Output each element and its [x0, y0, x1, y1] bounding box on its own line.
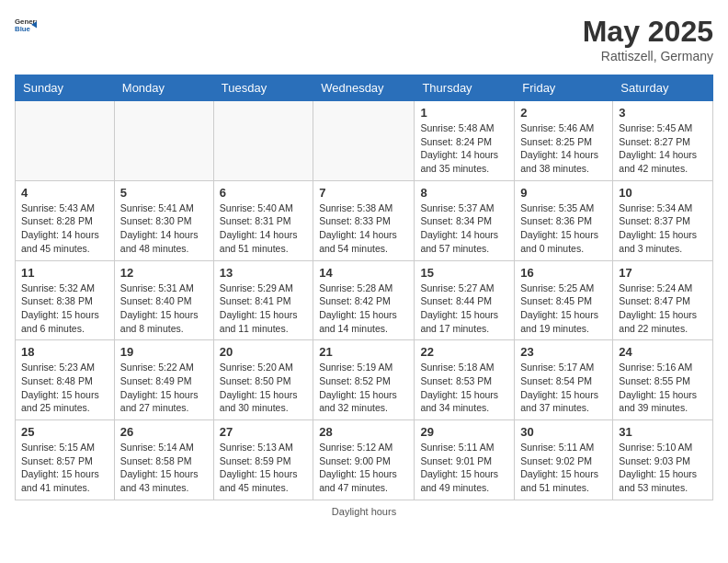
- table-row: [313, 101, 415, 181]
- table-row: 26Sunrise: 5:14 AM Sunset: 8:58 PM Dayli…: [114, 420, 213, 500]
- day-number: 25: [21, 425, 108, 439]
- page-container: General Blue May 2025 Rattiszell, German…: [15, 15, 713, 517]
- calendar-week-row: 1Sunrise: 5:48 AM Sunset: 8:24 PM Daylig…: [16, 101, 713, 181]
- day-info: Sunrise: 5:37 AM Sunset: 8:34 PM Dayligh…: [420, 201, 508, 256]
- calendar-week-row: 11Sunrise: 5:32 AM Sunset: 8:38 PM Dayli…: [16, 260, 713, 340]
- day-info: Sunrise: 5:18 AM Sunset: 8:53 PM Dayligh…: [420, 361, 508, 415]
- day-number: 16: [520, 266, 607, 280]
- table-row: 20Sunrise: 5:20 AM Sunset: 8:50 PM Dayli…: [213, 340, 313, 420]
- table-row: 10Sunrise: 5:34 AM Sunset: 8:37 PM Dayli…: [613, 180, 713, 260]
- table-row: 11Sunrise: 5:32 AM Sunset: 8:38 PM Dayli…: [16, 260, 115, 340]
- day-info: Sunrise: 5:22 AM Sunset: 8:49 PM Dayligh…: [120, 361, 208, 415]
- day-info: Sunrise: 5:34 AM Sunset: 8:37 PM Dayligh…: [619, 201, 707, 256]
- day-info: Sunrise: 5:25 AM Sunset: 8:45 PM Dayligh…: [520, 282, 607, 336]
- table-row: 9Sunrise: 5:35 AM Sunset: 8:36 PM Daylig…: [515, 180, 613, 260]
- day-number: 20: [220, 345, 307, 359]
- day-info: Sunrise: 5:32 AM Sunset: 8:38 PM Dayligh…: [21, 282, 108, 336]
- col-monday: Monday: [114, 75, 213, 101]
- day-number: 7: [319, 186, 408, 200]
- day-info: Sunrise: 5:14 AM Sunset: 8:58 PM Dayligh…: [120, 441, 208, 495]
- table-row: 7Sunrise: 5:38 AM Sunset: 8:33 PM Daylig…: [313, 180, 415, 260]
- table-row: 31Sunrise: 5:10 AM Sunset: 9:03 PM Dayli…: [613, 420, 713, 500]
- day-info: Sunrise: 5:28 AM Sunset: 8:42 PM Dayligh…: [319, 282, 408, 336]
- day-number: 15: [420, 266, 508, 280]
- day-number: 4: [21, 186, 108, 200]
- table-row: 30Sunrise: 5:11 AM Sunset: 9:02 PM Dayli…: [515, 420, 613, 500]
- col-sunday: Sunday: [16, 75, 115, 101]
- col-tuesday: Tuesday: [213, 75, 313, 101]
- day-info: Sunrise: 5:29 AM Sunset: 8:41 PM Dayligh…: [220, 282, 307, 336]
- table-row: 15Sunrise: 5:27 AM Sunset: 8:44 PM Dayli…: [415, 260, 515, 340]
- day-info: Sunrise: 5:24 AM Sunset: 8:47 PM Dayligh…: [619, 282, 707, 336]
- table-row: [16, 101, 115, 181]
- table-row: 25Sunrise: 5:15 AM Sunset: 8:57 PM Dayli…: [16, 420, 115, 500]
- header: General Blue May 2025 Rattiszell, German…: [15, 15, 713, 63]
- table-row: [213, 101, 313, 181]
- title-block: May 2025 Rattiszell, Germany: [583, 15, 713, 63]
- table-row: 18Sunrise: 5:23 AM Sunset: 8:48 PM Dayli…: [16, 340, 115, 420]
- day-number: 26: [120, 425, 208, 439]
- day-number: 8: [420, 186, 508, 200]
- day-number: 9: [520, 186, 607, 200]
- day-number: 24: [619, 345, 707, 359]
- col-friday: Friday: [515, 75, 613, 101]
- day-info: Sunrise: 5:41 AM Sunset: 8:30 PM Dayligh…: [120, 201, 208, 256]
- calendar-header-row: Sunday Monday Tuesday Wednesday Thursday…: [16, 75, 713, 101]
- table-row: 6Sunrise: 5:40 AM Sunset: 8:31 PM Daylig…: [213, 180, 313, 260]
- day-number: 1: [420, 106, 508, 120]
- table-row: 27Sunrise: 5:13 AM Sunset: 8:59 PM Dayli…: [213, 420, 313, 500]
- calendar-week-row: 4Sunrise: 5:43 AM Sunset: 8:28 PM Daylig…: [16, 180, 713, 260]
- day-info: Sunrise: 5:15 AM Sunset: 8:57 PM Dayligh…: [21, 441, 108, 495]
- day-info: Sunrise: 5:27 AM Sunset: 8:44 PM Dayligh…: [420, 282, 508, 336]
- day-number: 18: [21, 345, 108, 359]
- day-number: 11: [21, 266, 108, 280]
- calendar-week-row: 18Sunrise: 5:23 AM Sunset: 8:48 PM Dayli…: [16, 340, 713, 420]
- day-number: 10: [619, 186, 707, 200]
- table-row: 13Sunrise: 5:29 AM Sunset: 8:41 PM Dayli…: [213, 260, 313, 340]
- table-row: 1Sunrise: 5:48 AM Sunset: 8:24 PM Daylig…: [415, 101, 515, 181]
- day-info: Sunrise: 5:48 AM Sunset: 8:24 PM Dayligh…: [420, 121, 508, 176]
- day-info: Sunrise: 5:13 AM Sunset: 8:59 PM Dayligh…: [220, 441, 307, 495]
- table-row: 24Sunrise: 5:16 AM Sunset: 8:55 PM Dayli…: [613, 340, 713, 420]
- day-number: 28: [319, 425, 408, 439]
- day-info: Sunrise: 5:20 AM Sunset: 8:50 PM Dayligh…: [220, 361, 307, 415]
- table-row: 3Sunrise: 5:45 AM Sunset: 8:27 PM Daylig…: [613, 101, 713, 181]
- table-row: 12Sunrise: 5:31 AM Sunset: 8:40 PM Dayli…: [114, 260, 213, 340]
- day-info: Sunrise: 5:16 AM Sunset: 8:55 PM Dayligh…: [619, 361, 707, 415]
- day-number: 17: [619, 266, 707, 280]
- day-number: 30: [520, 425, 607, 439]
- day-number: 31: [619, 425, 707, 439]
- day-info: Sunrise: 5:38 AM Sunset: 8:33 PM Dayligh…: [319, 201, 408, 256]
- day-info: Sunrise: 5:43 AM Sunset: 8:28 PM Dayligh…: [21, 201, 108, 256]
- table-row: 19Sunrise: 5:22 AM Sunset: 8:49 PM Dayli…: [114, 340, 213, 420]
- day-info: Sunrise: 5:10 AM Sunset: 9:03 PM Dayligh…: [619, 441, 707, 495]
- logo-icon: General Blue: [15, 15, 37, 37]
- day-info: Sunrise: 5:11 AM Sunset: 9:01 PM Dayligh…: [420, 441, 508, 495]
- day-info: Sunrise: 5:31 AM Sunset: 8:40 PM Dayligh…: [120, 282, 208, 336]
- day-info: Sunrise: 5:35 AM Sunset: 8:36 PM Dayligh…: [520, 201, 607, 256]
- table-row: 16Sunrise: 5:25 AM Sunset: 8:45 PM Dayli…: [515, 260, 613, 340]
- day-info: Sunrise: 5:19 AM Sunset: 8:52 PM Dayligh…: [319, 361, 408, 415]
- day-number: 22: [420, 345, 508, 359]
- day-number: 13: [220, 266, 307, 280]
- col-thursday: Thursday: [415, 75, 515, 101]
- day-info: Sunrise: 5:23 AM Sunset: 8:48 PM Dayligh…: [21, 361, 108, 415]
- day-info: Sunrise: 5:45 AM Sunset: 8:27 PM Dayligh…: [619, 121, 707, 176]
- day-info: Sunrise: 5:40 AM Sunset: 8:31 PM Dayligh…: [220, 201, 307, 256]
- day-number: 27: [220, 425, 307, 439]
- logo: General Blue: [15, 15, 37, 37]
- day-number: 19: [120, 345, 208, 359]
- footer-note: Daylight hours: [15, 506, 713, 517]
- calendar-table: Sunday Monday Tuesday Wednesday Thursday…: [15, 75, 713, 500]
- day-info: Sunrise: 5:12 AM Sunset: 9:00 PM Dayligh…: [319, 441, 408, 495]
- calendar-week-row: 25Sunrise: 5:15 AM Sunset: 8:57 PM Dayli…: [16, 420, 713, 500]
- day-number: 21: [319, 345, 408, 359]
- day-info: Sunrise: 5:11 AM Sunset: 9:02 PM Dayligh…: [520, 441, 607, 495]
- table-row: 14Sunrise: 5:28 AM Sunset: 8:42 PM Dayli…: [313, 260, 415, 340]
- day-number: 6: [220, 186, 307, 200]
- table-row: 17Sunrise: 5:24 AM Sunset: 8:47 PM Dayli…: [613, 260, 713, 340]
- table-row: [114, 101, 213, 181]
- day-info: Sunrise: 5:17 AM Sunset: 8:54 PM Dayligh…: [520, 361, 607, 415]
- svg-text:Blue: Blue: [15, 25, 31, 33]
- table-row: 29Sunrise: 5:11 AM Sunset: 9:01 PM Dayli…: [415, 420, 515, 500]
